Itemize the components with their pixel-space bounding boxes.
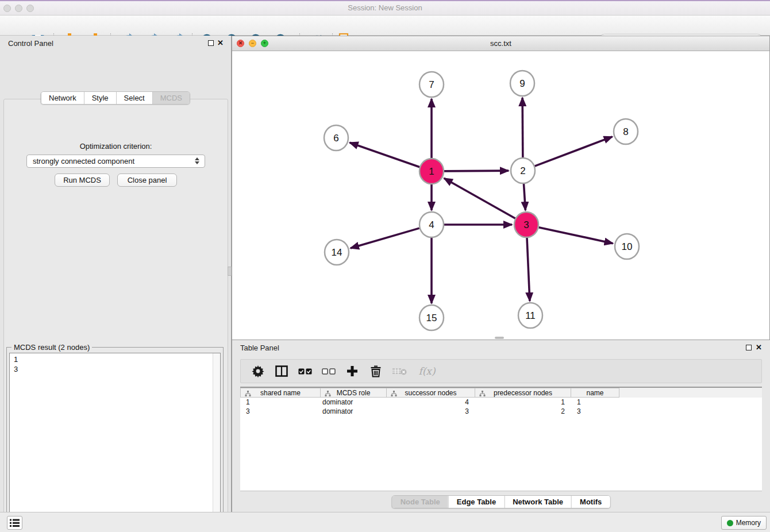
table-settings-icon[interactable] xyxy=(251,364,265,379)
cell-successor-nodes[interactable]: 3 xyxy=(387,407,475,416)
edge-2-3[interactable] xyxy=(523,183,525,210)
close-panel-icon[interactable]: ✕ xyxy=(217,38,224,47)
node-label: 15 xyxy=(426,313,437,323)
mcds-result-item[interactable]: 1 xyxy=(14,354,216,364)
network-graph: 7968124314101511 xyxy=(232,51,769,340)
tab-style[interactable]: Style xyxy=(84,92,116,104)
cell-shared-name[interactable]: 1 xyxy=(240,398,321,407)
app-title: Session: New Session xyxy=(0,1,770,15)
table-body: 1 dominator 4 1 1 3 dominator 3 2 3 xyxy=(240,398,762,491)
run-mcds-button[interactable]: Run MCDS xyxy=(55,174,110,187)
node-label: 14 xyxy=(332,247,342,258)
graph-node-8[interactable]: 8 xyxy=(614,119,638,144)
network-hscrollbar[interactable] xyxy=(495,337,504,339)
graph-node-2[interactable]: 2 xyxy=(511,158,535,183)
graph-node-15[interactable]: 15 xyxy=(419,305,444,330)
close-table-panel-icon[interactable]: ✕ xyxy=(756,343,762,352)
cell-predecessor-nodes[interactable]: 2 xyxy=(475,407,571,416)
edge-3-11[interactable] xyxy=(527,237,530,301)
add-column-icon[interactable] xyxy=(345,364,360,379)
graph-node-1[interactable]: 1 xyxy=(419,159,444,184)
cell-successor-nodes[interactable]: 4 xyxy=(387,398,475,407)
tab-node-table[interactable]: Node Table xyxy=(392,496,448,508)
split-columns-icon[interactable] xyxy=(274,364,289,379)
zoom-network-button[interactable]: + xyxy=(261,40,268,47)
control-panel-title: Control Panel xyxy=(8,39,53,48)
column-header-shared-name[interactable]: shared name xyxy=(240,388,321,398)
graph-node-7[interactable]: 7 xyxy=(419,72,444,97)
column-header-successor-nodes[interactable]: successor nodes xyxy=(387,388,475,398)
edge-3-1[interactable] xyxy=(444,178,515,218)
graph-node-3[interactable]: 3 xyxy=(514,212,538,237)
edge-2-9[interactable] xyxy=(522,98,523,158)
task-history-button[interactable] xyxy=(7,516,22,530)
close-panel-button[interactable]: Close panel xyxy=(117,174,177,187)
cell-predecessor-nodes[interactable]: 1 xyxy=(475,398,571,407)
close-network-button[interactable]: ✕ xyxy=(237,40,244,47)
delete-columns-icon[interactable] xyxy=(368,364,383,379)
cell-mcds-role[interactable]: dominator xyxy=(321,407,387,416)
edge-2-8[interactable] xyxy=(535,137,613,166)
table-toolbar: f(x) xyxy=(240,359,762,383)
minimize-window-button[interactable] xyxy=(15,5,22,12)
graph-node-6[interactable]: 6 xyxy=(324,125,348,151)
result-scrollbar[interactable] xyxy=(213,353,220,532)
graph-node-9[interactable]: 9 xyxy=(510,71,534,96)
graph-node-4[interactable]: 4 xyxy=(419,212,444,237)
network-view-window: ✕ − + scc.txt 7968124314101511 xyxy=(232,36,770,340)
cell-name[interactable]: 1 xyxy=(571,398,619,407)
select-all-rows-icon[interactable] xyxy=(298,364,313,379)
mcds-result-legend: MCDS result (2 nodes) xyxy=(11,343,92,352)
mcds-panel: Optimization criterion: strongly connect… xyxy=(3,99,228,532)
optimization-criterion-select[interactable]: strongly connected component xyxy=(26,155,205,168)
deselect-all-rows-icon[interactable] xyxy=(321,364,336,379)
main-toolbar xyxy=(0,16,770,36)
minimize-network-button[interactable]: − xyxy=(249,40,256,47)
column-header-name[interactable]: name xyxy=(571,388,619,398)
delete-table-icon[interactable] xyxy=(392,364,407,379)
window-controls xyxy=(3,5,34,12)
mcds-result-item[interactable]: 3 xyxy=(14,364,216,374)
hierarchy-icon xyxy=(325,391,331,396)
tab-network-table[interactable]: Network Table xyxy=(504,496,571,508)
panel-divider-grip[interactable] xyxy=(228,267,232,276)
cell-shared-name[interactable]: 3 xyxy=(240,407,321,416)
tab-mcds[interactable]: MCDS xyxy=(152,92,190,104)
cell-mcds-role[interactable]: dominator xyxy=(321,398,387,407)
mcds-result-group: MCDS result (2 nodes) 1 3 xyxy=(6,347,224,532)
graph-node-14[interactable]: 14 xyxy=(325,240,349,265)
edge-3-10[interactable] xyxy=(538,228,613,244)
close-window-button[interactable] xyxy=(3,5,11,12)
network-window-title: scc.txt xyxy=(232,36,769,51)
tab-motifs[interactable]: Motifs xyxy=(571,496,610,508)
optimization-criterion-label: Optimization criterion: xyxy=(4,142,228,151)
column-header-predecessor-nodes[interactable]: predecessor nodes xyxy=(475,388,571,398)
memory-label: Memory xyxy=(736,519,761,527)
cell-name[interactable]: 3 xyxy=(571,407,619,416)
network-canvas[interactable]: 7968124314101511 xyxy=(232,51,769,340)
node-table: shared name MCDS role successor nodes pr… xyxy=(240,387,762,491)
memory-button[interactable]: Memory xyxy=(721,516,767,530)
edge-1-6[interactable] xyxy=(350,142,420,167)
float-panel-icon[interactable] xyxy=(208,40,214,46)
function-builder-icon[interactable]: f(x) xyxy=(415,364,438,379)
hierarchy-icon xyxy=(245,391,251,396)
table-row[interactable]: 1 dominator 4 1 1 xyxy=(240,398,762,407)
float-table-panel-icon[interactable] xyxy=(746,345,752,350)
tab-network[interactable]: Network xyxy=(41,92,84,104)
select-stepper-icon xyxy=(195,157,199,164)
tab-select[interactable]: Select xyxy=(116,92,152,104)
network-window-titlebar[interactable]: ✕ − + scc.txt xyxy=(232,36,769,51)
node-label: 2 xyxy=(520,165,525,176)
edge-1-2[interactable] xyxy=(444,171,509,171)
graph-node-11[interactable]: 11 xyxy=(518,303,542,328)
table-panel-title: Table Panel xyxy=(240,344,279,352)
table-row[interactable]: 3 dominator 3 2 3 xyxy=(240,407,762,416)
mcds-result-list[interactable]: 1 3 xyxy=(9,353,221,532)
node-label: 8 xyxy=(623,126,628,137)
tab-edge-table[interactable]: Edge Table xyxy=(448,496,504,508)
zoom-window-button[interactable] xyxy=(26,5,34,12)
edge-4-14[interactable] xyxy=(351,228,419,248)
graph-node-10[interactable]: 10 xyxy=(615,234,639,259)
column-header-mcds-role[interactable]: MCDS role xyxy=(321,388,387,398)
